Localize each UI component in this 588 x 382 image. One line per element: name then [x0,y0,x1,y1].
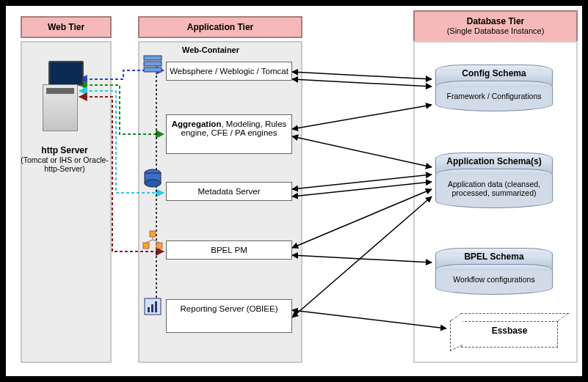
svg-line-6 [292,182,432,196]
web-container-label: Web-Container [182,45,239,54]
cylinder-bpel: BPEL Schema Workflow configurations [435,248,553,295]
bpel-schema-desc: Workflow configurations [435,271,553,295]
bpel-schema-title: BPEL Schema [435,251,553,262]
appbox-engines: Aggregation, Modeling, Rules engine, CFE… [166,114,292,154]
svg-rect-23 [155,301,157,312]
diagram-canvas: Web Tier Application Tier Database Tier … [6,6,582,376]
svg-rect-22 [151,304,153,312]
db-tier-title: Database Tier [467,16,525,26]
http-server-sub: (Tomcat or IHS or Oracle-http-Server) [21,155,109,173]
svg-rect-19 [156,243,162,249]
appbox-reporting: Reporting Server (OBIEE) [166,299,292,333]
svg-rect-21 [148,307,150,312]
svg-point-16 [145,180,161,187]
db-icon [142,167,164,189]
cylinder-app: Application Schema(s) Application data (… [435,153,553,208]
svg-line-1 [292,72,432,79]
workflow-icon [142,229,164,251]
db-tier-header: Database Tier (Single Database Instance) [413,10,578,43]
svg-line-2 [292,79,432,87]
svg-line-7 [292,189,432,248]
svg-rect-11 [144,56,161,60]
cylinder-config: Config Schema Framework / Configurations [435,65,553,111]
essbase-box: Essbase [461,321,558,348]
essbase-label: Essbase [492,326,528,336]
svg-line-10 [292,196,432,317]
stack-icon [142,51,164,73]
appbox-bpel: BPEL PM [166,240,292,260]
app-tier-header: Application Tier [138,16,302,38]
config-schema-title: Config Schema [435,68,553,78]
svg-rect-13 [144,67,161,72]
appbox-websphere: Websphere / Weblogic / Tomcat [166,62,292,81]
app-schema-title: Application Schema(s) [435,156,553,166]
http-server-label: http Server (Tomcat or IHS or Oracle-htt… [21,145,109,173]
svg-line-5 [292,175,432,189]
config-schema-desc: Framework / Configurations [435,87,553,111]
svg-line-8 [292,255,432,262]
appbox-metadata: Metadata Server [166,182,292,201]
server-icon [43,61,87,134]
svg-rect-12 [144,62,161,66]
svg-rect-18 [143,243,149,249]
web-tier-header: Web Tier [21,16,112,38]
http-server-title: http Server [41,145,87,155]
svg-line-4 [292,136,432,167]
db-tier-subtitle: (Single Database Instance) [415,26,576,36]
svg-line-3 [292,105,432,129]
svg-rect-17 [150,231,156,237]
report-icon [142,295,164,317]
app-schema-desc: Application data (cleansed, processed, s… [435,175,553,208]
